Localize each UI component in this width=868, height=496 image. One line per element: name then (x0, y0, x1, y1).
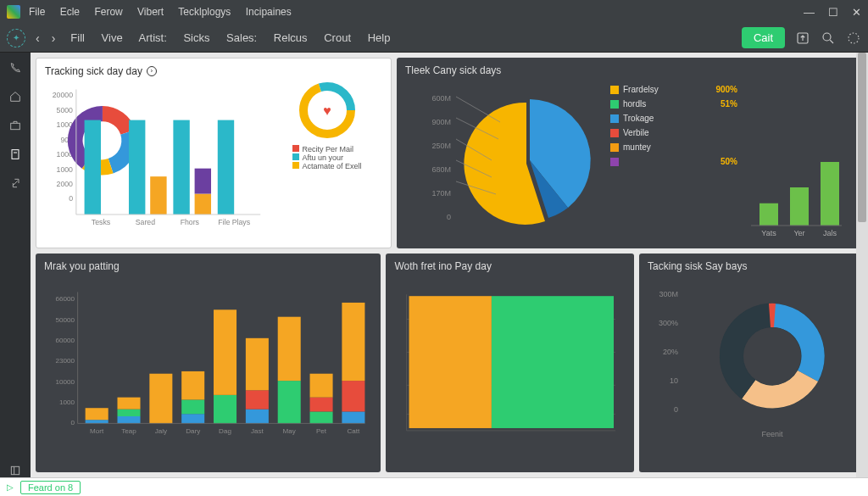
svg-rect-16 (150, 176, 166, 215)
chart-bm (394, 276, 626, 454)
statusbar: ▷ Feard on 8 (0, 477, 868, 496)
nav-forward-icon[interactable]: › (48, 30, 59, 47)
svg-rect-68 (246, 338, 269, 390)
panel-tleek-cany: Tleek Cany sick days 600M900M250M680M170… (397, 58, 863, 248)
tmenu-fill[interactable]: Fill (70, 31, 85, 44)
svg-text:Dag: Dag (219, 427, 231, 435)
svg-rect-4 (12, 150, 19, 159)
search-icon[interactable] (821, 31, 836, 46)
svg-rect-71 (310, 411, 333, 423)
menu-file[interactable]: File (29, 6, 45, 18)
svg-text:60000: 60000 (56, 337, 75, 344)
home-icon[interactable] (8, 90, 22, 103)
svg-text:Fhors: Fhors (181, 218, 200, 226)
svg-text:0: 0 (69, 194, 73, 203)
run-icon[interactable]: ▷ (7, 482, 14, 492)
tmenu-crout[interactable]: Crout (324, 31, 351, 44)
svg-rect-58 (117, 410, 140, 416)
svg-rect-61 (181, 414, 204, 423)
tmenu-artist[interactable]: Artist: (139, 31, 167, 44)
svg-rect-63 (181, 371, 204, 400)
svg-rect-72 (310, 398, 333, 412)
svg-text:20000: 20000 (53, 91, 73, 99)
menu-ecle[interactable]: Ecle (60, 6, 80, 18)
svg-text:2000: 2000 (57, 180, 74, 188)
panel-title: Tacking sisk Say bays (648, 260, 854, 272)
svg-text:600M: 600M (431, 94, 451, 103)
svg-text:50000: 50000 (56, 316, 75, 324)
tmenu-sicks[interactable]: Sicks (183, 31, 209, 44)
svg-rect-17 (173, 120, 189, 215)
svg-text:Sared: Sared (136, 218, 155, 226)
svg-text:0: 0 (674, 405, 678, 414)
tmenu-relcus[interactable]: Relcus (274, 31, 308, 44)
chart-tl: 20000500010009001000100020000 TesksSared… (45, 81, 267, 237)
menubar: File Ecle Ferow Vibert Tecklplogys Incip… (29, 6, 303, 18)
svg-rect-14 (85, 120, 101, 215)
menu-tecklplogys[interactable]: Tecklplogys (178, 6, 231, 18)
phone-icon[interactable] (8, 61, 22, 75)
window-controls: — ☐ ✕ (804, 6, 861, 19)
svg-text:Tesks: Tesks (92, 218, 111, 226)
legend-tl: Recity Per Mail Aftu un your Actamate of… (292, 145, 361, 170)
chart-tr-pie: 600M900M250M680M170M0 (405, 80, 604, 241)
svg-text:Dary: Dary (186, 427, 201, 435)
svg-rect-15 (129, 120, 145, 215)
settings-icon[interactable] (846, 31, 861, 46)
note-icon[interactable] (8, 148, 22, 161)
vertical-scrollbar[interactable] (856, 53, 868, 477)
tmenu-sales[interactable]: Sales: (226, 31, 257, 44)
svg-rect-41 (760, 203, 778, 226)
cait-button[interactable]: Cait (742, 27, 785, 48)
panel-tacking: Tacking sisk Say bays 300M300%20%100 Fee… (639, 254, 863, 472)
svg-rect-56 (86, 408, 108, 420)
minimize-button[interactable]: — (804, 6, 815, 19)
svg-text:170M: 170M (431, 189, 451, 198)
svg-text:Jals: Jals (823, 229, 837, 237)
svg-text:Yats: Yats (761, 229, 776, 237)
titlebar: File Ecle Ferow Vibert Tecklplogys Incip… (0, 0, 868, 24)
nav-arrows: ‹ › (32, 30, 58, 47)
briefcase-icon[interactable] (8, 119, 22, 132)
tmenu-vive[interactable]: Vive (102, 31, 123, 44)
svg-text:66000: 66000 (56, 295, 75, 303)
tmenu-help[interactable]: Help (368, 31, 391, 44)
menu-ferow[interactable]: Ferow (94, 6, 122, 18)
info-icon[interactable]: › (147, 66, 157, 76)
collapse-icon[interactable] (8, 464, 22, 477)
svg-text:♥: ♥ (323, 103, 331, 118)
svg-rect-43 (790, 187, 809, 226)
svg-text:File Plays: File Plays (218, 218, 250, 226)
svg-rect-20 (218, 120, 234, 215)
svg-rect-55 (86, 420, 108, 423)
export-icon[interactable] (795, 31, 810, 46)
panel-woth: Woth fret ino Pay day (386, 254, 634, 472)
menu-incipaines[interactable]: Incipaines (246, 6, 292, 18)
svg-rect-95 (492, 296, 614, 428)
svg-text:Feenit: Feenit (762, 430, 784, 438)
toolbar-menu: Fill Vive Artist: Sicks Sales: Relcus Cr… (70, 31, 403, 44)
svg-text:10: 10 (670, 376, 678, 385)
svg-text:900M: 900M (431, 118, 451, 126)
toolbar: ✦ ‹ › Fill Vive Artist: Sicks Sales: Rel… (0, 24, 868, 53)
maximize-button[interactable]: ☐ (828, 6, 838, 19)
nav-back-icon[interactable]: ‹ (32, 30, 43, 47)
link-icon[interactable] (8, 176, 22, 190)
svg-rect-62 (181, 399, 204, 414)
svg-text:300M: 300M (659, 290, 679, 298)
close-button[interactable]: ✕ (852, 6, 861, 19)
svg-rect-94 (409, 296, 492, 428)
legend-tr: Frardelsy900%hordls51%TrokageVerbilemunt… (610, 80, 737, 241)
panel-title: Tracking sick day day (45, 65, 142, 77)
svg-text:1000: 1000 (57, 165, 74, 174)
svg-rect-70 (278, 317, 301, 381)
svg-text:Teap: Teap (121, 427, 136, 435)
svg-text:1000: 1000 (59, 398, 75, 406)
svg-text:23000: 23000 (56, 357, 75, 365)
svg-rect-18 (195, 194, 211, 215)
menu-vibert[interactable]: Vibert (137, 6, 164, 18)
svg-text:Pet: Pet (316, 427, 327, 435)
svg-rect-60 (149, 374, 172, 424)
sidebar (0, 53, 31, 477)
svg-text:Yer: Yer (793, 229, 804, 237)
